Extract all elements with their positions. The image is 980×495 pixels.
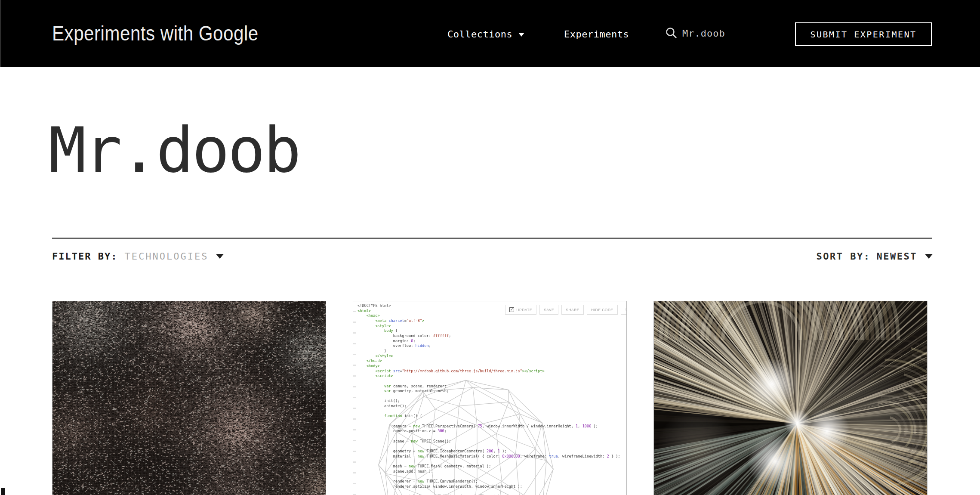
experiments-with-google-page: Experiments with Google Collections Expe… [0, 0, 980, 495]
header: Experiments with Google Collections Expe… [0, 0, 980, 67]
help-button[interactable]: ? [621, 305, 627, 315]
update-button[interactable]: ✓UPDATE [505, 305, 536, 315]
sort-by-label: SORT BY: [817, 251, 871, 262]
window-edge [0, 0, 1, 67]
filter-by-value: TECHNOLOGIES [124, 251, 208, 262]
experiment-card-wireframe-fabric[interactable] [52, 301, 326, 495]
submit-experiment-button[interactable]: SUBMIT EXPERIMENT [795, 22, 932, 46]
experiment-card-swirl[interactable] [653, 301, 928, 495]
search-input[interactable]: Mr.doob [682, 28, 725, 39]
hide-code-button[interactable]: HIDE CODE [587, 305, 618, 315]
wireframe-fabric-thumbnail [52, 301, 326, 495]
chevron-down-icon [216, 254, 224, 259]
editor-gutter [353, 301, 356, 495]
chevron-down-icon [925, 254, 933, 259]
share-button[interactable]: SHARE [561, 305, 584, 315]
sort-by-control[interactable]: SORT BY: NEWEST [817, 251, 933, 262]
scrollbar-artifact [1, 488, 5, 495]
toolbar: FILTER BY: TECHNOLOGIES SORT BY: NEWEST [52, 251, 933, 262]
filter-by-label: FILTER BY: [52, 251, 117, 262]
nav-experiments[interactable]: Experiments [564, 29, 629, 40]
nav-collections[interactable]: Collections [447, 29, 524, 40]
chevron-down-icon [518, 33, 524, 37]
search-icon [665, 27, 678, 40]
swirl-thumbnail [654, 301, 928, 495]
header-search[interactable]: Mr.doob [665, 27, 725, 40]
divider [52, 238, 932, 239]
code-listing: <!DOCTYPE html><html> <head> <meta chars… [357, 303, 620, 495]
save-button[interactable]: SAVE [539, 305, 558, 315]
experiment-card-code-editor[interactable]: <!DOCTYPE html><html> <head> <meta chars… [353, 301, 627, 495]
checkbox-checked-icon: ✓ [509, 307, 514, 312]
filter-by-control[interactable]: FILTER BY: TECHNOLOGIES [52, 251, 224, 262]
nav-collections-label: Collections [447, 29, 512, 40]
experiment-grid: <!DOCTYPE html><html> <head> <meta chars… [52, 301, 928, 495]
site-logo[interactable]: Experiments with Google [52, 22, 259, 45]
sort-by-value: NEWEST [877, 251, 917, 262]
page-title: Mr.doob [49, 119, 299, 181]
editor-toolbar: ✓UPDATE SAVE SHARE HIDE CODE ? [505, 305, 627, 315]
